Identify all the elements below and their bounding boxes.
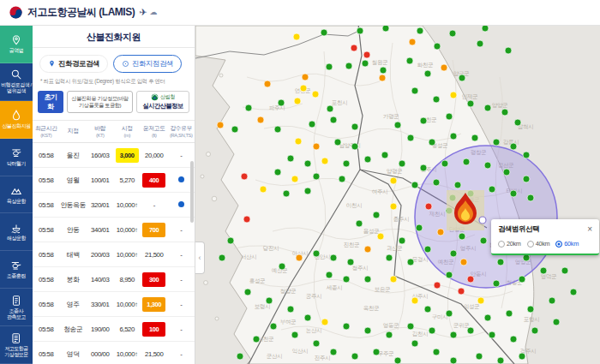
- sidebar-item-land-operation[interactable]: 육상운항: [0, 176, 33, 214]
- station-dot[interactable]: [417, 27, 423, 34]
- station-dot[interactable]: [407, 134, 414, 141]
- station-dot[interactable]: [549, 297, 555, 304]
- station-dot[interactable]: [527, 306, 534, 313]
- station-dot[interactable]: [386, 254, 393, 261]
- station-dot[interactable]: [459, 75, 465, 81]
- sidebar-item-pilot-report[interactable]: 조종사 관측보고: [0, 289, 33, 326]
- station-dot[interactable]: [467, 327, 474, 334]
- station-dot[interactable]: [433, 349, 440, 355]
- station-dot[interactable]: [279, 263, 285, 270]
- station-dot[interactable]: [253, 336, 260, 343]
- station-dot[interactable]: [446, 310, 453, 317]
- station-dot[interactable]: [407, 323, 414, 330]
- station-dot[interactable]: [424, 306, 431, 313]
- tab-route-search[interactable]: 진화경로검색: [39, 55, 108, 73]
- station-dot[interactable]: [339, 176, 345, 182]
- station-dot[interactable]: [304, 188, 311, 194]
- sidebar-item-doctor-heli[interactable]: 닥터헬기: [0, 139, 33, 176]
- wildfire-icon[interactable]: [447, 190, 484, 230]
- map-canvas[interactable]: 연천군포천시파주시가평군남양주시양평군여주시이천시화천군철원군양구군인제군양양군…: [195, 26, 600, 364]
- station-dot[interactable]: [291, 176, 298, 182]
- panel-collapse-button[interactable]: ‹: [195, 242, 205, 274]
- station-dot[interactable]: [390, 203, 397, 210]
- station-dot[interactable]: [420, 164, 427, 171]
- station-dot[interactable]: [343, 276, 350, 283]
- station-dot[interactable]: [493, 280, 500, 287]
- sidebar-item-lowalt-weather-text[interactable]: 저고도항공 기상정보문: [0, 326, 33, 364]
- station-dot[interactable]: [446, 113, 453, 120]
- station-dot[interactable]: [364, 276, 371, 283]
- station-dot[interactable]: [243, 216, 250, 223]
- station-dot[interactable]: [399, 237, 405, 244]
- station-dot[interactable]: [330, 116, 337, 123]
- station-dot[interactable]: [257, 116, 264, 123]
- station-dot[interactable]: [441, 64, 447, 71]
- station-dot[interactable]: [264, 81, 271, 87]
- station-dot[interactable]: [463, 158, 470, 165]
- station-dot[interactable]: [219, 254, 225, 261]
- station-dot[interactable]: [497, 357, 504, 364]
- station-dot[interactable]: [364, 156, 371, 163]
- station-dot[interactable]: [399, 160, 405, 167]
- station-dot[interactable]: [379, 75, 386, 81]
- close-icon[interactable]: ×: [587, 225, 592, 234]
- table-row[interactable]: 05:58청송군190/006,520100-: [33, 317, 195, 342]
- reset-button[interactable]: 초기화: [38, 91, 63, 113]
- station-dot[interactable]: [287, 155, 294, 162]
- station-dot[interactable]: [362, 60, 369, 67]
- table-row[interactable]: 05:58태백200/0310,000↑21,500-: [33, 242, 195, 267]
- station-dot[interactable]: [373, 349, 380, 355]
- station-dot[interactable]: [270, 323, 277, 330]
- station-dot[interactable]: [429, 139, 435, 146]
- station-dot[interactable]: [459, 233, 465, 240]
- sidebar-item-route-search[interactable]: 비행경로검색 /범위검색: [0, 63, 33, 101]
- station-dot[interactable]: [416, 224, 423, 231]
- station-dot[interactable]: [441, 160, 448, 167]
- station-dot[interactable]: [503, 169, 510, 176]
- table-row[interactable]: 05:58안동340/0110,000↑700-: [33, 218, 195, 242]
- station-dot[interactable]: [386, 331, 393, 338]
- range-option-40km[interactable]: 40km: [527, 240, 550, 248]
- station-dot[interactable]: [244, 289, 251, 295]
- station-dot[interactable]: [497, 259, 504, 266]
- station-dot[interactable]: [449, 30, 456, 37]
- sidebar-item-marine-operation[interactable]: 해상운항: [0, 213, 33, 251]
- station-dot[interactable]: [345, 63, 352, 69]
- panel-scrollbar[interactable]: [190, 161, 194, 223]
- station-dot[interactable]: [351, 45, 357, 51]
- station-dot[interactable]: [300, 85, 307, 92]
- station-dot[interactable]: [313, 173, 320, 180]
- station-dot[interactable]: [420, 117, 427, 124]
- station-dot[interactable]: [460, 259, 467, 266]
- station-dot[interactable]: [531, 327, 538, 334]
- station-dot[interactable]: [484, 162, 491, 169]
- table-row[interactable]: 05:58봉화140/038,950300-: [33, 267, 195, 292]
- station-dot[interactable]: [351, 143, 358, 150]
- station-dot[interactable]: [433, 179, 440, 186]
- table-row[interactable]: 05:58영덕000/0010,000↑21,500-: [33, 342, 195, 364]
- station-dot[interactable]: [523, 176, 530, 182]
- station-dot[interactable]: [424, 70, 431, 77]
- station-dot[interactable]: [501, 109, 508, 116]
- station-dot[interactable]: [231, 126, 238, 133]
- station-dot[interactable]: [407, 259, 414, 266]
- station-dot[interactable]: [313, 143, 320, 150]
- station-dot[interactable]: [406, 57, 413, 64]
- table-row[interactable]: 05:58안동옥동320/0110,000↑-: [33, 193, 195, 218]
- station-dot[interactable]: [424, 246, 431, 253]
- station-dot[interactable]: [390, 177, 397, 184]
- station-dot[interactable]: [304, 160, 311, 167]
- station-dot[interactable]: [321, 319, 328, 325]
- range-option-20km[interactable]: 20km: [498, 240, 521, 248]
- station-dot[interactable]: [450, 331, 457, 338]
- station-dot[interactable]: [217, 122, 224, 128]
- station-dot[interactable]: [373, 212, 380, 218]
- station-dot[interactable]: [377, 233, 384, 240]
- station-dot[interactable]: [510, 336, 517, 343]
- station-dot[interactable]: [241, 173, 248, 180]
- station-dot[interactable]: [330, 349, 337, 355]
- station-dot[interactable]: [382, 26, 389, 32]
- station-dot[interactable]: [351, 123, 358, 130]
- station-dot[interactable]: [467, 100, 474, 107]
- station-dot[interactable]: [245, 104, 252, 111]
